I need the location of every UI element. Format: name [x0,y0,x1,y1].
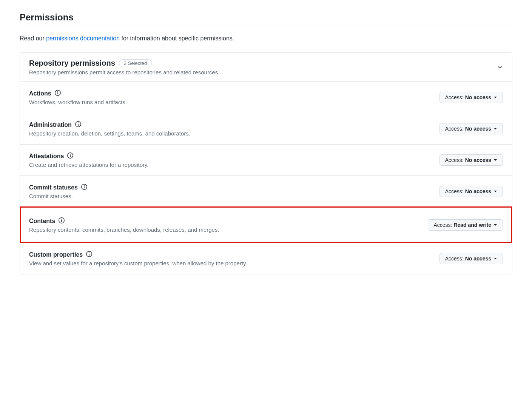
panel-header-left: Repository permissions 2 Selected Reposi… [29,59,219,75]
permission-description: Create and retrieve attestations for a r… [29,162,149,168]
info-icon[interactable] [75,121,82,129]
permission-title-row: Actions [29,89,127,97]
info-icon[interactable] [54,89,61,97]
access-dropdown[interactable]: Access: Read and write [428,219,503,231]
intro-text: Read our permissions documentation for i… [20,35,512,42]
access-dropdown[interactable]: Access: No access [439,253,503,264]
access-value: No access [465,188,491,194]
permission-row: AdministrationRepository creation, delet… [20,113,512,144]
access-value: Read and write [453,222,491,228]
access-value: No access [465,94,491,100]
svg-point-10 [84,185,85,186]
access-label: Access: [445,94,464,100]
permission-left: ContentsRepository contents, commits, br… [29,217,219,233]
caret-down-icon [493,157,497,163]
intro-suffix: for information about specific permissio… [120,35,234,42]
permission-title: Contents [29,218,55,225]
caret-down-icon [493,222,497,228]
permission-description: Commit statuses. [29,193,88,199]
repository-permissions-header[interactable]: Repository permissions 2 Selected Reposi… [20,53,512,82]
svg-point-4 [78,123,79,123]
permission-left: Commit statusesCommit statuses. [29,183,88,199]
access-label: Access: [445,126,464,132]
access-value: No access [465,126,491,132]
svg-point-7 [70,154,71,155]
permission-row: ContentsRepository contents, commits, br… [20,207,512,243]
permission-title-row: Commit statuses [29,183,88,191]
repository-permissions-panel: Repository permissions 2 Selected Reposi… [20,52,512,274]
svg-point-13 [61,219,62,220]
info-icon[interactable] [58,217,65,225]
panel-header-title-row: Repository permissions 2 Selected [29,59,219,68]
page-title: Permissions [20,12,512,26]
section-subtitle: Repository permissions permit access to … [29,69,219,75]
permission-title-row: Administration [29,121,190,129]
permission-description: Repository contents, commits, branches, … [29,226,219,233]
info-icon[interactable] [81,183,88,191]
chevron-down-icon [497,64,503,70]
access-dropdown[interactable]: Access: No access [439,154,503,166]
caret-down-icon [493,188,497,194]
caret-down-icon [493,126,497,132]
access-label: Access: [445,188,464,194]
permission-left: AttestationsCreate and retrieve attestat… [29,152,149,168]
access-label: Access: [433,222,452,228]
permission-title: Actions [29,90,51,97]
permissions-list: ActionsWorkflows, workflow runs and arti… [20,82,512,274]
permission-left: Custom propertiesView and set values for… [29,251,247,266]
permission-row: ActionsWorkflows, workflow runs and arti… [20,82,512,113]
permission-title-row: Contents [29,217,219,225]
info-icon[interactable] [67,152,74,160]
access-value: No access [465,256,491,262]
permission-title: Attestations [29,153,64,160]
access-label: Access: [445,157,464,163]
selected-count-badge: 2 Selected [119,59,152,67]
permission-row: Commit statusesCommit statuses.Access: N… [20,176,512,207]
access-dropdown[interactable]: Access: No access [439,186,503,197]
permission-title-row: Custom properties [29,251,247,259]
svg-point-16 [89,253,89,253]
access-dropdown[interactable]: Access: No access [439,123,503,134]
info-icon[interactable] [86,251,93,259]
caret-down-icon [493,94,497,100]
access-label: Access: [445,256,464,262]
intro-prefix: Read our [20,35,46,42]
permission-left: AdministrationRepository creation, delet… [29,121,190,137]
permission-row: AttestationsCreate and retrieve attestat… [20,144,512,176]
permission-title: Commit statuses [29,184,78,191]
permission-description: Workflows, workflow runs and artifacts. [29,99,127,105]
permission-row: Custom propertiesView and set values for… [20,243,512,274]
caret-down-icon [493,256,497,262]
permission-description: Repository creation, deletion, settings,… [29,130,190,137]
permission-title: Custom properties [29,251,83,258]
section-title: Repository permissions [29,59,115,68]
access-dropdown[interactable]: Access: No access [439,92,503,103]
access-value: No access [465,157,491,163]
permission-left: ActionsWorkflows, workflow runs and arti… [29,89,127,105]
permission-description: View and set values for a repository's c… [29,260,247,266]
permission-title: Administration [29,122,72,128]
permissions-doc-link[interactable]: permissions documentation [46,35,120,42]
permission-title-row: Attestations [29,152,149,160]
svg-point-1 [57,91,58,92]
